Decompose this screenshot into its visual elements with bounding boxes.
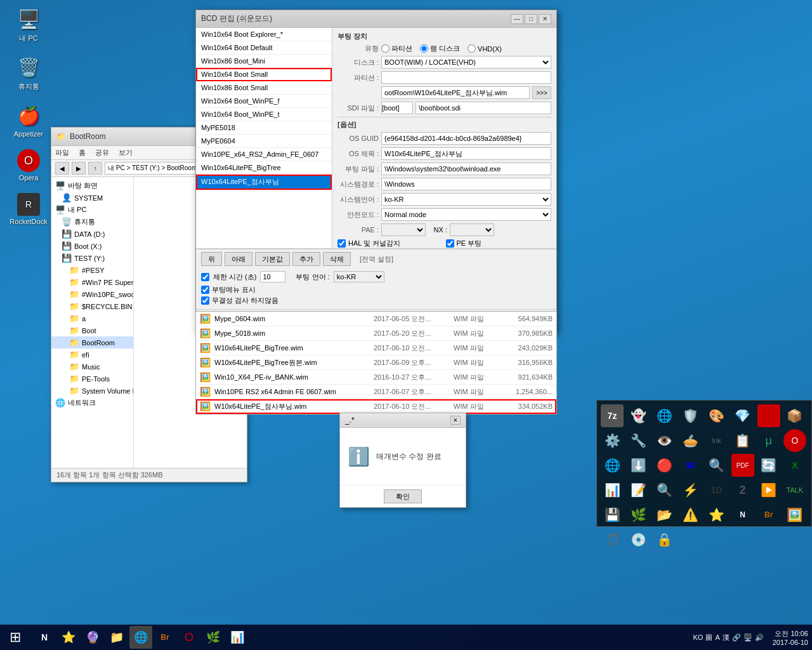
dock-icon-shield[interactable]: 🛡️: [679, 404, 702, 427]
dock-icon-network[interactable]: 🌐: [653, 404, 676, 427]
forward-button[interactable]: ▶: [72, 162, 86, 175]
sys-lang-select[interactable]: ko-KR: [381, 193, 551, 206]
dock-icon-app16[interactable]: 🔒: [653, 528, 676, 551]
info-ok-button[interactable]: 확인: [384, 489, 422, 503]
dock-icon-pdf[interactable]: PDF: [731, 454, 754, 477]
dock-icon-dl[interactable]: ⬇️: [627, 454, 650, 477]
dock-icon-1d[interactable]: 1D: [705, 479, 728, 501]
radio-partition-input[interactable]: [381, 44, 390, 53]
dock-icon-excel[interactable]: X: [783, 454, 806, 477]
taskbar-item-folder[interactable]: 📁: [105, 626, 128, 649]
dock-icon-app2[interactable]: 🔧: [627, 429, 650, 452]
dock-icon-disc[interactable]: 💿: [627, 528, 650, 551]
file-row-3[interactable]: 🖼️ W10x64LitePE_BigTree원본.wim 2017-06-09…: [196, 355, 556, 370]
desktop-icon-rocketdock[interactable]: R RocketDock: [6, 193, 51, 225]
sidebar-item-system[interactable]: 👤 SYSTEM: [51, 192, 133, 204]
partition-input[interactable]: [381, 71, 551, 84]
file-row-5[interactable]: 🖼️ Win10PE RS2 x64 Admin FE 0607.wim 201…: [196, 385, 556, 399]
file-row-4[interactable]: 🖼️ Win10_X64_PE-iv_BANK.wim 2016-10-27 오…: [196, 370, 556, 385]
default-button[interactable]: 기본값: [255, 252, 290, 266]
taskbar-item-br[interactable]: Br: [154, 626, 176, 649]
dock-icon-star[interactable]: ⭐: [705, 503, 728, 526]
disk-select[interactable]: BOOT(WIM) / LOCATE(VHD): [381, 56, 551, 69]
dock-icon-app9[interactable]: 🔍: [653, 479, 676, 501]
up-button[interactable]: 위: [201, 252, 222, 266]
file-row-1[interactable]: 🖼️ Mype_5018.wim 2017-05-20 오전... WIM 파일…: [196, 326, 556, 341]
delete-button[interactable]: 삭제: [323, 252, 351, 266]
pae-select[interactable]: [381, 223, 426, 236]
radio-partition[interactable]: 파티션: [381, 44, 412, 53]
file-row-6[interactable]: 🖼️ W10x64LitePE_점사부님.wim 2017-06-10 오전..…: [196, 399, 556, 414]
pe-boot-checkbox[interactable]: [446, 239, 454, 248]
dock-icon-talk[interactable]: TALK: [783, 479, 806, 501]
bcd-entry-7[interactable]: MyPE5018: [196, 121, 332, 135]
dock-icon-box[interactable]: 📦: [783, 404, 806, 427]
desktop-icon-recycle[interactable]: 🗑️ 휴지통: [6, 55, 51, 91]
sidebar-item-efi[interactable]: 📁 efi: [51, 348, 133, 361]
taskbar-item-browser[interactable]: 🌐: [129, 626, 152, 649]
os-name-input[interactable]: [381, 147, 551, 160]
dock-icon-word[interactable]: W: [679, 454, 702, 477]
dock-icon-br[interactable]: Br: [757, 503, 780, 526]
dock-icon-alert[interactable]: ⚠️: [679, 503, 702, 526]
dock-icon-2[interactable]: 2: [731, 479, 754, 501]
dock-icon-app1[interactable]: ⚙️: [601, 429, 624, 452]
hal-checkbox[interactable]: [337, 239, 346, 248]
dock-icon-app10[interactable]: ⚡: [679, 479, 702, 501]
desktop-icon-opera[interactable]: O Opera: [6, 149, 51, 182]
bcd-close[interactable]: ✕: [539, 14, 551, 24]
dock-icon-opera2[interactable]: O: [783, 429, 806, 452]
desktop-icon-appetizer[interactable]: 🍎 Appetizer: [6, 103, 51, 138]
bcd-minimize[interactable]: —: [511, 14, 523, 24]
sidebar-item-a[interactable]: 📁 a: [51, 312, 133, 324]
taskbar-item-leaf[interactable]: 🌿: [202, 626, 225, 649]
sidebar-item-win7[interactable]: 📁 #Win7 PE Super Lite (5: [51, 276, 133, 288]
nx-select[interactable]: [450, 223, 494, 236]
bcd-entry-0[interactable]: Win10x64 Boot Explorer_*: [196, 28, 332, 41]
sidebar-item-win10pe[interactable]: 📁 #Win10PE_swooePES: [51, 288, 133, 300]
sdi-prefix-input[interactable]: [381, 102, 413, 114]
start-button[interactable]: ⊞: [0, 625, 30, 650]
ribbon-tab-home[interactable]: 홈: [79, 148, 86, 157]
dock-icon-nt[interactable]: N: [731, 503, 754, 526]
sidebar-item-desktop[interactable]: 🖥️ 바탕 화면: [51, 180, 133, 192]
taskbar-item-nt[interactable]: N: [33, 626, 56, 649]
radio-ramdisk-input[interactable]: [420, 44, 428, 53]
dock-icon-app7[interactable]: 📊: [601, 479, 624, 501]
down-button[interactable]: 아래: [225, 252, 252, 266]
bcd-entry-9[interactable]: Win10PE_x64_RS2_Admin_FE_0607: [196, 148, 332, 161]
dock-icon-app15[interactable]: 🎵: [601, 528, 624, 551]
dock-icon-app14[interactable]: 🖼️: [783, 503, 806, 526]
safe-mode-select[interactable]: Normal mode: [381, 208, 551, 221]
dock-icon-app4[interactable]: 📋: [731, 429, 754, 452]
dock-icon-app6[interactable]: 🔄: [757, 454, 780, 477]
dock-icon-chrome[interactable]: 🌐: [601, 454, 624, 477]
sidebar-item-boot[interactable]: 💾 Boot (X:): [51, 240, 133, 252]
dock-icon-app3[interactable]: 👁️: [653, 429, 676, 452]
sidebar-item-recycle2[interactable]: 📁 $RECYCLE.BIN: [51, 300, 133, 312]
dock-icon-app5[interactable]: 🔴: [653, 454, 676, 477]
bcd-entry-11[interactable]: W10x64LitePE_점사부님: [196, 175, 332, 190]
bcd-entry-10[interactable]: Win10x64LitePE_BigTree: [196, 161, 332, 175]
dock-icon-paint[interactable]: 🎨: [705, 404, 728, 427]
dock-icon-play[interactable]: ▶️: [757, 479, 780, 501]
bcd-entry-1[interactable]: Win10x64 Boot Default: [196, 41, 332, 55]
radio-ramdisk[interactable]: 램 디스크: [420, 44, 460, 53]
sidebar-item-network[interactable]: 🌐 네트워크: [51, 397, 133, 409]
taskbar-item-opera3[interactable]: O: [178, 626, 200, 649]
dock-icon-7zip[interactable]: 7z: [601, 404, 624, 427]
radio-vhd[interactable]: VHD(X): [468, 44, 502, 53]
sidebar-item-bootroom[interactable]: 📁 BootRoom: [51, 336, 133, 348]
dock-icon-ink[interactable]: Ink: [705, 429, 728, 452]
dock-icon-pie[interactable]: 🥧: [679, 429, 702, 452]
dock-icon-app13[interactable]: 📂: [653, 503, 676, 526]
sidebar-item-recycle[interactable]: 🗑️ 휴지통: [51, 216, 133, 228]
info-close-button[interactable]: ✕: [450, 416, 461, 425]
bcd-entry-8[interactable]: MyPE0604: [196, 135, 332, 148]
sidebar-item-data[interactable]: 💾 DATA (D:): [51, 228, 133, 240]
bcd-entry-3[interactable]: Win10x64 Boot Small: [196, 68, 332, 81]
bcd-maximize[interactable]: □: [525, 14, 537, 24]
nodebug-checkbox[interactable]: [201, 296, 209, 305]
sdi-path-input[interactable]: [416, 102, 551, 114]
file-row-2[interactable]: 🖼️ W10x64LitePE_BigTree.wim 2017-06-10 오…: [196, 341, 556, 355]
